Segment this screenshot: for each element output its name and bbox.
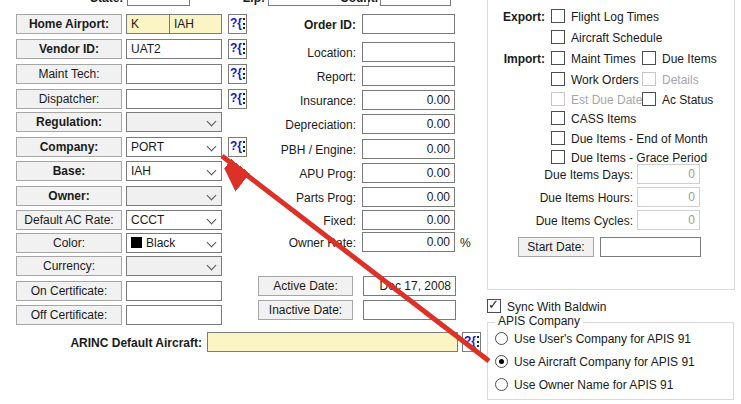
company-button[interactable]: Company:	[16, 137, 122, 157]
regulation-button[interactable]: Regulation:	[16, 112, 122, 132]
dispatcher-input[interactable]	[126, 89, 222, 109]
checkbox-due-items[interactable]: Due Items	[642, 51, 717, 66]
chevron-down-icon	[207, 166, 217, 176]
radio-icon	[495, 378, 508, 391]
fixed-label: Fixed:	[220, 214, 356, 228]
owner-combobox[interactable]	[126, 186, 222, 206]
checkbox-maint-times[interactable]: Maint Times	[551, 51, 636, 66]
base-button[interactable]: Base:	[16, 161, 122, 181]
radio-label: Use Aircraft Company for APIS 91	[514, 355, 695, 369]
currency-button[interactable]: Currency:	[16, 256, 122, 276]
state-input[interactable]	[127, 0, 190, 6]
apu-prog-input[interactable]: 0.00	[362, 163, 455, 183]
checkbox-work-orders[interactable]: Work Orders	[551, 72, 639, 87]
depreciation-input[interactable]: 0.00	[362, 114, 455, 134]
radio-label: Use User's Company for APIS 91	[514, 332, 691, 346]
home-airport-prefix[interactable]: K	[127, 15, 170, 33]
checkbox-label: CASS Items	[571, 112, 636, 126]
parts-prog-input[interactable]: 0.00	[362, 187, 455, 207]
inactive-date-button[interactable]: Inactive Date:	[258, 300, 353, 320]
radio-label: Use Owner Name for APIS 91	[514, 378, 673, 392]
checkbox-label: Sync With Baldwin	[507, 300, 606, 314]
arinc-default-aircraft-input[interactable]	[207, 332, 458, 352]
insurance-input[interactable]: 0.00	[362, 90, 455, 110]
due-items-days-label: Due Items Days:	[487, 168, 633, 182]
home-airport-input[interactable]: KIAH	[126, 14, 222, 34]
default-ac-rate-button[interactable]: Default AC Rate:	[16, 210, 122, 230]
due-items-days-input: 0	[637, 164, 700, 184]
company-combobox[interactable]: PORT	[126, 137, 222, 157]
chevron-down-icon	[207, 117, 217, 127]
radio-use-owner-name[interactable]: Use Owner Name for APIS 91	[495, 378, 673, 393]
inactive-date-input[interactable]	[363, 300, 456, 320]
start-date-button[interactable]: Start Date:	[518, 237, 594, 257]
regulation-combobox[interactable]	[126, 112, 222, 132]
currency-combobox[interactable]	[126, 256, 222, 276]
radio-use-aircraft-company[interactable]: Use Aircraft Company for APIS 91	[495, 355, 695, 370]
off-certificate-button[interactable]: Off Certificate:	[16, 305, 122, 325]
vendor-id-input[interactable]: UAT2	[126, 39, 222, 59]
maint-tech-input[interactable]	[126, 64, 222, 84]
zip-label: Zip:	[243, 0, 265, 5]
location-input[interactable]	[362, 42, 455, 62]
dispatcher-button[interactable]: Dispatcher:	[16, 89, 122, 109]
parts-prog-label: Parts Prog:	[220, 191, 356, 205]
country-input[interactable]	[380, 0, 451, 6]
checkbox-sync-with-baldwin[interactable]: Sync With Baldwin	[487, 299, 606, 314]
start-date-input[interactable]	[600, 237, 701, 257]
checkbox-label: Aircraft Schedule	[571, 31, 662, 45]
maint-tech-button[interactable]: Maint Tech:	[16, 64, 122, 84]
checkbox-icon	[551, 111, 565, 125]
apu-prog-label: APU Prog:	[220, 167, 356, 181]
on-certificate-button[interactable]: On Certificate:	[16, 281, 122, 301]
active-date-input[interactable]: Dec 17, 2008	[363, 276, 456, 296]
on-certificate-input[interactable]	[126, 281, 222, 301]
owner-rate-input[interactable]: 0.00	[362, 232, 455, 252]
owner-rate-percent-suffix: %	[460, 236, 471, 250]
due-items-cycles-label: Due Items Cycles:	[487, 214, 633, 228]
off-certificate-input[interactable]	[126, 305, 222, 325]
order-id-input[interactable]	[362, 14, 455, 34]
checkbox-label: Due Items - End of Month	[571, 132, 708, 146]
arinc-lookup-icon[interactable]: ?{	[462, 332, 481, 352]
default-ac-rate-combobox[interactable]: CCCT	[126, 210, 222, 230]
pbh-engine-input[interactable]: 0.00	[362, 139, 455, 159]
checkbox-icon	[551, 72, 565, 86]
fixed-input[interactable]: 0.00	[362, 210, 455, 230]
apis-company-title: APIS Company	[495, 315, 583, 328]
color-button[interactable]: Color:	[16, 233, 122, 253]
radio-icon	[495, 355, 508, 368]
chevron-down-icon	[207, 215, 217, 225]
due-items-hours-input: 0	[637, 187, 700, 207]
radio-use-users-company[interactable]: Use User's Company for APIS 91	[495, 332, 691, 347]
checkbox-label: Due Items - Grace Period	[571, 151, 707, 165]
active-date-button[interactable]: Active Date:	[258, 276, 353, 296]
home-airport-code[interactable]: IAH	[170, 17, 198, 31]
order-id-label: Order ID:	[220, 18, 356, 32]
vendor-id-button[interactable]: Vendor ID:	[16, 39, 122, 59]
base-combobox[interactable]: IAH	[126, 161, 222, 181]
checkbox-due-items-grace-period[interactable]: Due Items - Grace Period	[551, 150, 707, 165]
checkbox-label: Maint Times	[571, 52, 636, 66]
radio-icon	[495, 332, 508, 345]
checkbox-cass-items[interactable]: CASS Items	[551, 111, 636, 126]
export-label: Export:	[487, 10, 545, 24]
checkbox-label: Flight Log Times	[571, 10, 659, 24]
color-combobox[interactable]: Black	[126, 233, 222, 253]
home-airport-button[interactable]: Home Airport:	[16, 14, 122, 34]
checkbox-flight-log-times[interactable]: Flight Log Times	[551, 9, 659, 24]
checkbox-icon	[551, 150, 565, 164]
checkbox-ac-status[interactable]: Ac Status	[642, 92, 713, 107]
checkbox-details: Details	[642, 72, 699, 87]
checkbox-aircraft-schedule[interactable]: Aircraft Schedule	[551, 30, 662, 45]
checkbox-icon	[487, 299, 501, 313]
report-label: Report:	[220, 70, 356, 84]
chevron-down-icon	[207, 191, 217, 201]
owner-button[interactable]: Owner:	[16, 186, 122, 206]
checkbox-due-items-end-of-month[interactable]: Due Items - End of Month	[551, 131, 708, 146]
checkbox-label: Ac Status	[662, 93, 713, 107]
report-input[interactable]	[362, 66, 455, 86]
depreciation-label: Depreciation:	[220, 118, 356, 132]
checkbox-icon	[551, 30, 565, 44]
owner-rate-label: Owner Rate:	[220, 236, 356, 250]
